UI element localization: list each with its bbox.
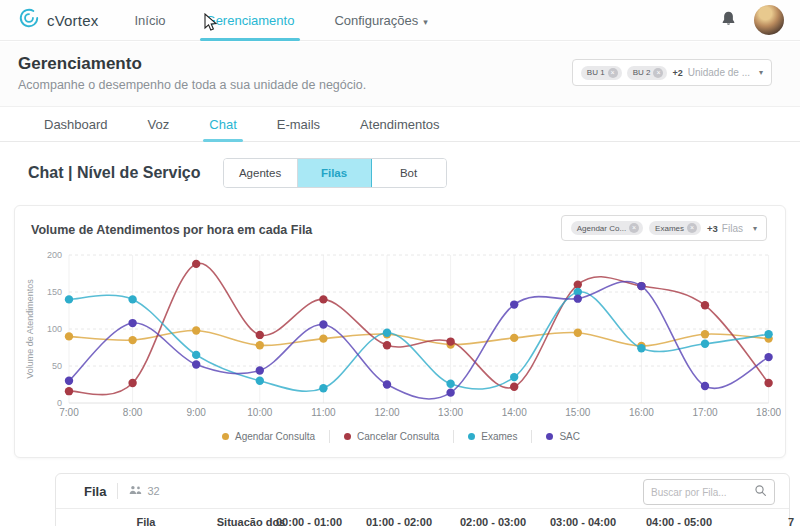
search-input[interactable] — [651, 487, 754, 498]
svg-text:9:00: 9:00 — [186, 407, 206, 418]
svg-text:Volume de Atendimentos: Volume de Atendimentos — [25, 279, 35, 379]
page-header: Gerenciamento Acompanhe o desempenho de … — [0, 42, 800, 107]
table-title: Fila — [84, 484, 106, 499]
legend-label: Exames — [481, 431, 517, 442]
nav-item-configuracoes[interactable]: Configurações▾ — [332, 1, 429, 40]
svg-text:16:00: 16:00 — [629, 407, 654, 418]
svg-text:50: 50 — [52, 361, 62, 371]
filter-more-count: +3 — [707, 223, 718, 234]
svg-text:100: 100 — [47, 324, 62, 334]
legend-label: Cancelar Consulta — [357, 431, 439, 442]
view-toggle-group: Agentes Filas Bot — [223, 158, 447, 188]
column-header: Fila — [137, 516, 156, 526]
remove-chip-icon[interactable]: × — [629, 223, 639, 233]
chart-title: Volume de Atendimentos por hora em cada … — [31, 223, 312, 237]
nav-links: Início Gerenciamento Configurações▾ — [132, 1, 429, 40]
svg-text:8:00: 8:00 — [123, 407, 143, 418]
column-header: 03:00 - 04:00 — [550, 516, 616, 526]
svg-text:15:00: 15:00 — [565, 407, 590, 418]
column-header: 04:00 - 05:00 — [646, 516, 712, 526]
tab-emails[interactable]: E-mails — [261, 109, 336, 141]
chevron-down-icon: ▾ — [423, 17, 428, 27]
active-nav-underline — [200, 38, 301, 41]
bu-select-label: Unidade de ... — [688, 67, 750, 78]
bu-chip: BU 1 × — [581, 66, 622, 80]
nav-item-gerenciamento[interactable]: Gerenciamento — [204, 1, 297, 40]
dashboard-tabs: Dashboard Voz Chat E-mails Atendimentos — [0, 108, 800, 142]
nav-item-inicio[interactable]: Início — [132, 1, 167, 40]
svg-text:14:00: 14:00 — [502, 407, 527, 418]
remove-chip-icon[interactable]: × — [653, 68, 663, 78]
brand-name: cVortex — [47, 12, 98, 29]
legend-item[interactable]: Cancelar Consulta — [330, 431, 453, 442]
volume-chart-card: Volume de Atendimentos por hora em cada … — [14, 205, 786, 458]
legend-dot-icon — [344, 433, 351, 440]
divider — [117, 483, 118, 499]
filter-chip: Agendar Co... × — [571, 221, 643, 235]
chart-legend: Agendar ConsultaCancelar ConsultaExamesS… — [15, 430, 787, 443]
legend-item[interactable]: Exames — [454, 431, 531, 442]
navbar-right — [721, 5, 784, 35]
bu-more-count: +2 — [672, 68, 682, 78]
search-icon[interactable] — [754, 483, 767, 501]
search-box — [643, 479, 775, 505]
filas-button[interactable]: Filas — [298, 159, 372, 187]
tab-atendimentos[interactable]: Atendimentos — [344, 109, 456, 141]
column-header: 7 — [788, 516, 794, 526]
notification-bell-icon[interactable] — [721, 10, 736, 31]
legend-dot-icon — [222, 433, 229, 440]
svg-text:18:00: 18:00 — [756, 407, 781, 418]
svg-text:12:00: 12:00 — [374, 407, 399, 418]
fila-count: 32 — [129, 485, 159, 497]
chevron-down-icon: ▾ — [753, 224, 757, 233]
svg-text:11:00: 11:00 — [311, 407, 336, 418]
top-navbar: cVortex Início Gerenciamento Configuraçõ… — [0, 0, 800, 41]
remove-chip-icon[interactable]: × — [687, 223, 697, 233]
people-icon — [129, 485, 142, 497]
table-card-header: Fila 32 — [56, 474, 789, 509]
svg-text:10:00: 10:00 — [247, 407, 272, 418]
svg-text:7:00: 7:00 — [59, 407, 79, 418]
legend-label: SAC — [559, 431, 580, 442]
section-title: Chat | Nível de Serviço — [28, 164, 201, 182]
business-unit-select[interactable]: BU 1 × BU 2 × +2 Unidade de ... ▾ — [572, 59, 772, 86]
svg-text:150: 150 — [47, 287, 62, 297]
filter-suffix: Filas — [722, 223, 743, 234]
active-tab-underline — [203, 139, 242, 142]
legend-item[interactable]: Agendar Consulta — [208, 431, 329, 442]
svg-text:200: 200 — [47, 250, 62, 260]
gerenciamento-dashboard-page: { "icons": { "caret": "▾", "close": "×" … — [0, 0, 800, 526]
legend-dot-icon — [468, 433, 475, 440]
legend-label: Agendar Consulta — [235, 431, 315, 442]
legend-item[interactable]: SAC — [532, 431, 594, 442]
column-header: 00:00 - 01:00 — [276, 516, 342, 526]
legend-dot-icon — [546, 433, 553, 440]
cvortex-logo-icon — [18, 7, 40, 33]
fila-table-card: Fila 32 FilaSituação do — [55, 473, 790, 526]
agentes-button[interactable]: Agentes — [224, 159, 298, 187]
filter-chip: Exames × — [649, 221, 701, 235]
fila-filter-select[interactable]: Agendar Co... × Exames × +3 Filas ▾ — [561, 215, 767, 241]
chevron-down-icon: ▾ — [759, 68, 763, 77]
tab-chat[interactable]: Chat — [193, 109, 252, 141]
chat-service-level-section: Chat | Nível de Serviço Agentes Filas Bo… — [28, 158, 447, 188]
remove-chip-icon[interactable]: × — [608, 68, 618, 78]
line-chart: 7:008:009:0010:0011:0012:0013:0014:0015:… — [21, 244, 781, 422]
svg-text:13:00: 13:00 — [438, 407, 463, 418]
tab-voz[interactable]: Voz — [132, 109, 186, 141]
column-header: 02:00 - 03:00 — [460, 516, 526, 526]
column-header: 01:00 - 02:00 — [366, 516, 432, 526]
brand[interactable]: cVortex — [18, 7, 98, 33]
svg-text:17:00: 17:00 — [692, 407, 717, 418]
tab-dashboard[interactable]: Dashboard — [28, 109, 124, 141]
bot-button[interactable]: Bot — [372, 159, 446, 187]
bu-chip: BU 2 × — [627, 66, 668, 80]
svg-text:0: 0 — [57, 398, 62, 408]
column-header: Situação dos — [217, 516, 285, 526]
user-avatar[interactable] — [754, 5, 784, 35]
